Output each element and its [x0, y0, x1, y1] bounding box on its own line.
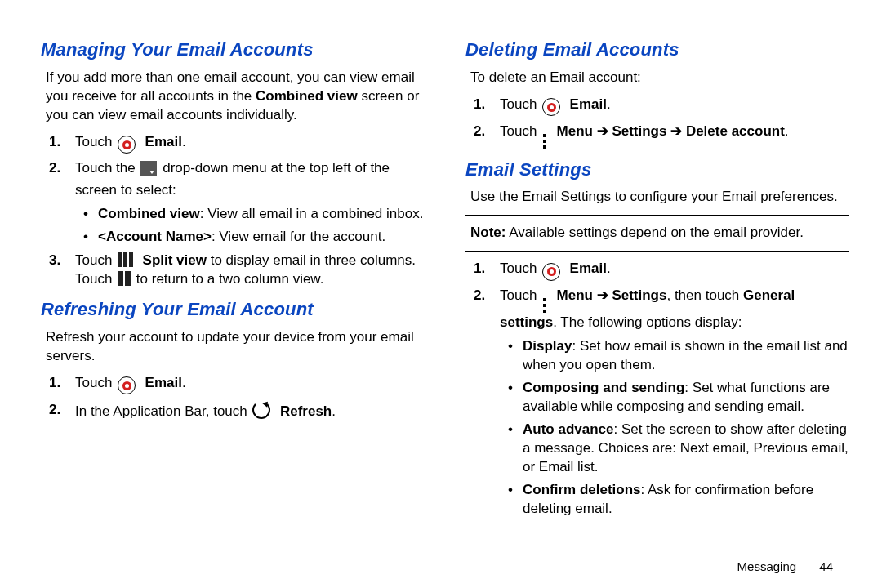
text: Touch: [500, 123, 541, 139]
text: Touch: [500, 261, 541, 276]
email-icon: [118, 376, 136, 395]
opt-composing: Composing and sending: Set what function…: [514, 379, 849, 416]
three-column-icon: [118, 252, 133, 267]
text: Touch: [500, 287, 541, 303]
text: Touch: [75, 252, 116, 268]
right-column: Deleting Email Accounts To delete an Ema…: [466, 33, 849, 539]
text-bold: Split view: [143, 252, 207, 268]
menu-icon: [542, 133, 547, 149]
note: Note: Available settings depend on the e…: [466, 224, 849, 243]
text: : View all email in a combined inbox.: [200, 206, 424, 221]
text: Touch: [75, 134, 116, 149]
step-2-options: Combined view: View all email in a combi…: [75, 205, 425, 247]
manual-page: Managing Your Email Accounts If you add …: [0, 0, 882, 555]
heading-deleting: Deleting Email Accounts: [466, 38, 849, 62]
heading-managing: Managing Your Email Accounts: [41, 38, 425, 62]
text: . The following options display:: [553, 314, 742, 330]
text: : View email for the account.: [212, 229, 385, 244]
email-icon: [118, 136, 136, 154]
step-2: In the Application Bar, touch Refresh.: [67, 401, 425, 425]
option-combined: Combined view: View all email in a combi…: [90, 205, 425, 224]
heading-email-settings: Email Settings: [466, 158, 849, 182]
text-bold: <Account Name>: [98, 229, 212, 244]
option-account: <Account Name>: View email for the accou…: [90, 228, 425, 247]
settings-intro: Use the Email Settings to configure your…: [466, 188, 849, 207]
opt-confirm-deletions: Confirm deletions: Ask for confirmation …: [514, 481, 849, 519]
delete-intro: To delete an Email account:: [466, 69, 849, 87]
left-column: Managing Your Email Accounts If you add …: [41, 33, 425, 539]
text-bold: Email: [145, 375, 182, 390]
text-bold: Confirm deletions: [523, 482, 641, 497]
delete-steps: Touch Email. Touch Menu ➔ Settings ➔ Del…: [470, 96, 849, 149]
step-1: Touch Email.: [67, 374, 425, 396]
text-bold: Composing and sending: [523, 380, 684, 395]
refresh-steps: Touch Email. In the Application Bar, tou…: [46, 374, 425, 425]
text: Available settings depend on the email p…: [506, 225, 804, 240]
heading-refreshing: Refreshing Your Email Account: [41, 297, 425, 322]
opt-display: Display: Set how email is shown in the e…: [514, 337, 849, 375]
settings-steps: Touch Email. Touch Menu ➔ Settings, then…: [470, 260, 849, 518]
section-name: Messaging: [737, 559, 797, 573]
page-number: 44: [819, 559, 833, 573]
text: , then touch: [666, 287, 743, 303]
menu-icon: [542, 297, 547, 314]
text: Touch: [500, 96, 541, 112]
text-bold: Display: [523, 338, 572, 354]
email-icon: [542, 263, 560, 282]
text: Touch: [75, 375, 116, 390]
two-column-icon: [118, 271, 131, 286]
managing-steps: Touch Email. Touch the drop-down menu at…: [46, 133, 425, 290]
step-1: Touch Email.: [492, 96, 849, 118]
text-bold: Combined view: [98, 206, 200, 221]
text: Touch the: [75, 160, 139, 176]
page-footer: Messaging 44: [737, 559, 833, 573]
text-bold: Email: [570, 261, 607, 276]
text-bold: Menu ➔ Settings ➔ Delete account: [557, 123, 785, 139]
step-1: Touch Email.: [67, 133, 425, 155]
text-bold: Email: [145, 134, 182, 149]
step-3: Touch Split view to display email in thr…: [67, 252, 425, 289]
email-icon: [542, 98, 560, 117]
step-1: Touch Email.: [492, 260, 849, 282]
text: to return to a two column view.: [136, 271, 324, 287]
opt-auto-advance: Auto advance: Set the screen to show aft…: [514, 421, 849, 477]
text-bold: Refresh: [280, 403, 332, 419]
step-2: Touch the drop-down menu at the top left…: [67, 159, 425, 247]
text-bold: Combined view: [256, 88, 358, 104]
refresh-intro: Refresh your account to update your devi…: [41, 328, 425, 366]
divider: [466, 215, 849, 216]
divider: [466, 251, 849, 252]
managing-intro: If you add more than one email account, …: [41, 69, 425, 125]
text-bold: Auto advance: [523, 421, 613, 437]
text-bold: Note:: [470, 225, 506, 240]
text-bold: Menu ➔ Settings: [557, 287, 667, 303]
settings-options: Display: Set how email is shown in the e…: [500, 337, 849, 518]
text-bold: Email: [570, 96, 607, 112]
step-2: Touch Menu ➔ Settings, then touch Genera…: [492, 287, 849, 518]
refresh-icon: [252, 401, 270, 425]
text: : Set how email is shown in the email li…: [523, 338, 848, 372]
text: In the Application Bar, touch: [75, 403, 251, 419]
step-2: Touch Menu ➔ Settings ➔ Delete account.: [492, 122, 849, 149]
dropdown-icon: [140, 161, 157, 181]
